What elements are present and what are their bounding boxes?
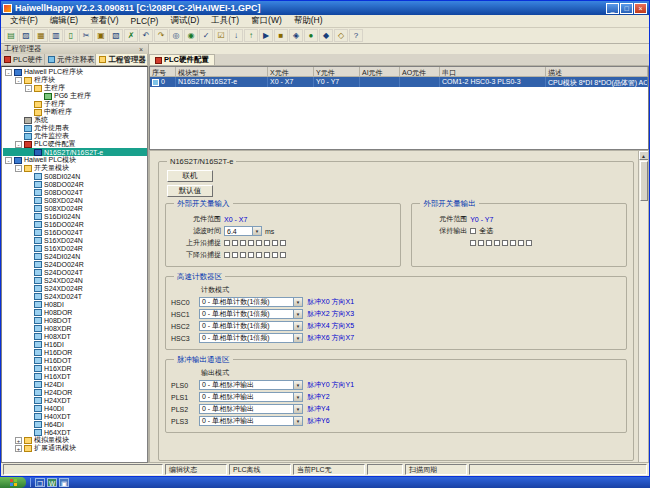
tree-item[interactable]: + 扩展通讯模块 (3, 444, 147, 452)
falling-edge-checkbox[interactable] (272, 252, 278, 258)
rising-edge-checkbox[interactable] (280, 240, 286, 246)
replace-icon[interactable]: ◉ (184, 29, 198, 42)
tree-item[interactable]: H08XDT (3, 332, 147, 340)
help-icon[interactable]: ? (349, 29, 363, 42)
open-icon[interactable]: ▨ (19, 29, 33, 42)
tree-expander-icon[interactable] (25, 293, 32, 300)
tree-item[interactable]: S24DO024T (3, 268, 147, 276)
scroll-up-icon[interactable]: ▲ (639, 151, 649, 160)
paste-icon[interactable]: ▧ (109, 29, 123, 42)
tree-expander-icon[interactable] (25, 221, 32, 228)
tree-item[interactable]: H08DOT (3, 316, 147, 324)
hold-output-checkbox[interactable] (510, 240, 516, 246)
chevron-down-icon[interactable]: ▼ (293, 393, 302, 401)
pls-mode-select[interactable]: 0 - 单相脉冲输出 ▼ (199, 416, 303, 426)
rising-edge-checkbox[interactable] (264, 240, 270, 246)
tab-project-manager[interactable]: 工程管理器 (96, 54, 148, 65)
menu-item[interactable]: 调试(D) (164, 15, 205, 27)
rising-edge-checkbox[interactable] (232, 240, 238, 246)
compile-icon[interactable]: ✓ (199, 29, 213, 42)
network-icon[interactable]: ◆ (319, 29, 333, 42)
tab-component-comments[interactable]: 元件注释表 (45, 54, 97, 65)
run-icon[interactable]: ▶ (259, 29, 273, 42)
hold-output-checkbox[interactable] (470, 240, 476, 246)
tree-item[interactable]: H16DOT (3, 356, 147, 364)
tree-item[interactable]: H40DI (3, 404, 147, 412)
falling-edge-checkbox[interactable] (280, 252, 286, 258)
tree-expander-icon[interactable]: - (5, 69, 12, 76)
chevron-down-icon[interactable]: ▼ (293, 381, 302, 389)
redo-icon[interactable]: ↷ (154, 29, 168, 42)
tree-item[interactable]: + 模拟量模块 (3, 436, 147, 444)
tree-item[interactable]: - Haiwell PLC模块 (3, 156, 147, 164)
tree-expander-icon[interactable] (25, 269, 32, 276)
stop-icon[interactable]: ■ (274, 29, 288, 42)
tree-item[interactable]: S24XD024N (3, 276, 147, 284)
tree-item[interactable]: S16DI024N (3, 212, 147, 220)
menu-item[interactable]: 编辑(E) (44, 15, 84, 27)
chevron-down-icon[interactable]: ▼ (293, 417, 302, 425)
upload-icon[interactable]: ↑ (244, 29, 258, 42)
tree-item[interactable]: - PLC硬件配置 (3, 140, 147, 148)
config-scrollbar[interactable]: ▲ (638, 151, 648, 462)
hold-output-checkbox[interactable] (494, 240, 500, 246)
tree-item[interactable]: H64XDT (3, 428, 147, 436)
filter-time-select[interactable]: 6.4 ▼ (224, 226, 262, 236)
tree-expander-icon[interactable] (25, 413, 32, 420)
tree-expander-icon[interactable] (25, 181, 32, 188)
tree-item[interactable]: H16DOR (3, 348, 147, 356)
tree-expander-icon[interactable] (25, 301, 32, 308)
tree-expander-icon[interactable] (25, 333, 32, 340)
tree-expander-icon[interactable] (25, 381, 32, 388)
tree-item[interactable]: H16DI (3, 340, 147, 348)
tree-expander-icon[interactable] (25, 109, 32, 116)
start-button[interactable] (0, 477, 26, 488)
save-icon[interactable]: ▦ (34, 29, 48, 42)
tree-expander-icon[interactable] (25, 389, 32, 396)
tree-item[interactable]: S08XD024N (3, 196, 147, 204)
pls-mode-select[interactable]: 0 - 单相脉冲输出 ▼ (199, 380, 303, 390)
tree-item[interactable]: 中断程序 (3, 108, 147, 116)
tree-item[interactable]: S24DI024N (3, 252, 147, 260)
tree-expander-icon[interactable]: - (15, 141, 22, 148)
tree-expander-icon[interactable] (25, 357, 32, 364)
default-values-button[interactable]: 默认值 (167, 185, 213, 197)
tree-expander-icon[interactable] (25, 149, 32, 156)
tree-expander-icon[interactable]: - (15, 165, 22, 172)
tree-expander-icon[interactable] (25, 285, 32, 292)
chevron-down-icon[interactable]: ▼ (252, 227, 261, 235)
menu-item[interactable]: 工具(T) (205, 15, 245, 27)
hold-output-checkbox[interactable] (518, 240, 524, 246)
menu-item[interactable]: 文件(F) (4, 15, 44, 27)
tree-item[interactable]: H24DI (3, 380, 147, 388)
tree-expander-icon[interactable] (25, 101, 32, 108)
chevron-down-icon[interactable]: ▼ (293, 298, 302, 306)
close-button[interactable]: × (634, 3, 647, 14)
tree-item[interactable]: 系统 (3, 116, 147, 124)
tree-item[interactable]: H24DOR (3, 388, 147, 396)
falling-edge-checkbox[interactable] (264, 252, 270, 258)
rising-edge-checkbox[interactable] (256, 240, 262, 246)
tree-item[interactable]: S16DO024T (3, 228, 147, 236)
tree-expander-icon[interactable] (25, 173, 32, 180)
compile-all-icon[interactable]: ☑ (214, 29, 228, 42)
tree-expander-icon[interactable] (25, 309, 32, 316)
pls-mode-select[interactable]: 0 - 单相脉冲输出 ▼ (199, 404, 303, 414)
hsc-mode-select[interactable]: 0 - 单相单计数(1倍频) ▼ (199, 333, 303, 343)
tree-expander-icon[interactable] (25, 397, 32, 404)
tree-expander-icon[interactable]: - (25, 85, 32, 92)
tree-item[interactable]: H08XDR (3, 324, 147, 332)
tree-expander-icon[interactable] (25, 373, 32, 380)
tree-item[interactable]: S08DO024T (3, 188, 147, 196)
tree-item[interactable]: S16XD024R (3, 244, 147, 252)
hold-output-checkbox[interactable] (526, 240, 532, 246)
tree-item[interactable]: S08DO024R (3, 180, 147, 188)
tree-expander-icon[interactable]: - (15, 77, 22, 84)
dock-close-icon[interactable]: × (137, 46, 145, 53)
tree-item[interactable]: H64DI (3, 420, 147, 428)
falling-edge-checkbox[interactable] (232, 252, 238, 258)
scrollbar-thumb[interactable] (640, 161, 648, 201)
falling-edge-checkbox[interactable] (248, 252, 254, 258)
falling-edge-checkbox[interactable] (240, 252, 246, 258)
copy-icon[interactable]: ▣ (94, 29, 108, 42)
